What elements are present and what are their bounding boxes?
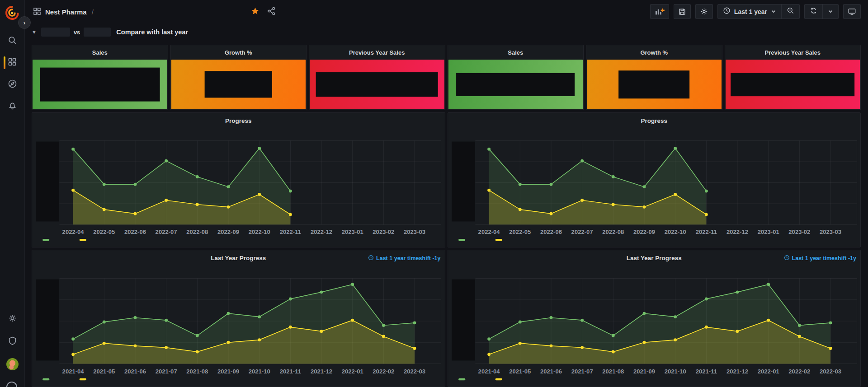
svg-text:2021-12: 2021-12 — [726, 368, 748, 375]
svg-text:2021-09: 2021-09 — [217, 368, 239, 375]
sidebar-item-profile[interactable] — [0, 356, 25, 372]
progress-chart[interactable]: 2022-042022-052022-062022-072022-082022-… — [32, 113, 445, 247]
redacted-value — [618, 70, 690, 98]
svg-text:2022-03: 2022-03 — [404, 368, 425, 375]
variable-value-redacted[interactable] — [84, 28, 111, 37]
svg-text:2022-09: 2022-09 — [217, 228, 239, 235]
svg-text:2022-12: 2022-12 — [311, 228, 332, 235]
svg-text:2022-07: 2022-07 — [571, 228, 593, 235]
svg-text:2021-04: 2021-04 — [62, 368, 85, 375]
timeseries-panel-last-year-progress[interactable]: Last Year Progress Last 1 year timeshift… — [448, 250, 861, 387]
svg-text:2022-12: 2022-12 — [726, 228, 748, 235]
stat-value-area — [171, 60, 306, 109]
server-admin-shield-icon — [8, 336, 17, 347]
progress-chart[interactable]: 2022-042022-052022-062022-072022-082022-… — [448, 113, 861, 247]
sidebar-item-server-admin[interactable] — [0, 334, 25, 349]
svg-text:2022-03: 2022-03 — [819, 368, 841, 375]
panel-title: Growth % — [586, 45, 722, 60]
favorite-star-icon[interactable] — [251, 7, 259, 17]
refresh-picker — [804, 4, 839, 19]
svg-text:2022-04: 2022-04 — [478, 228, 500, 235]
stat-panel-growth[interactable]: Growth % — [170, 45, 307, 110]
sidebar-item-help[interactable] — [0, 379, 25, 383]
sidebar-item-search[interactable] — [0, 33, 25, 49]
main-content: Nest Pharma / — [25, 0, 868, 387]
timeseries-panel-progress[interactable]: Progress 2022-042022-052022-062022-07202… — [32, 112, 445, 247]
search-icon — [8, 36, 17, 47]
svg-text:2022-11: 2022-11 — [695, 228, 717, 235]
dashboard-header: Nest Pharma / — [25, 0, 868, 23]
stat-panel-sales[interactable]: Sales — [448, 45, 584, 110]
svg-text:2022-02: 2022-02 — [788, 368, 810, 375]
svg-text:2021-07: 2021-07 — [571, 368, 593, 375]
stat-panel-previous-year-sales[interactable]: Previous Year Sales — [725, 45, 861, 110]
configuration-gear-icon — [8, 313, 17, 325]
svg-text:2021-04: 2021-04 — [478, 368, 500, 375]
tv-mode-button[interactable] — [843, 4, 861, 19]
share-icon[interactable] — [267, 7, 276, 17]
grafana-dashboard: › — [0, 0, 868, 387]
variable-value-redacted[interactable] — [41, 28, 70, 37]
svg-text:2021-07: 2021-07 — [156, 368, 177, 375]
sidebar-item-configuration[interactable] — [0, 311, 25, 326]
zoom-out-time-button[interactable] — [782, 5, 799, 19]
timeshift-info[interactable]: Last 1 year timeshift -1y — [368, 255, 440, 262]
svg-text:2022-01: 2022-01 — [757, 368, 779, 375]
grafana-logo-icon[interactable] — [5, 5, 20, 21]
timeshift-label: Last 1 year timeshift -1y — [792, 255, 856, 261]
svg-text:2021-11: 2021-11 — [695, 368, 717, 375]
svg-text:2022-06: 2022-06 — [124, 228, 146, 235]
panel-title: Growth % — [171, 45, 307, 60]
last-year-progress-chart[interactable]: 2021-042021-052021-062021-072021-082021-… — [32, 250, 445, 387]
panel-grid: Sales Growth % Previous Year Sales Sales… — [32, 45, 861, 387]
dashboard-toolbar: Last 1 year — [650, 4, 861, 19]
stat-panel-sales[interactable]: Sales — [32, 45, 168, 110]
dashboard-title: Nest Pharma — [45, 8, 87, 16]
svg-text:2022-08: 2022-08 — [602, 228, 624, 235]
timeshift-info[interactable]: Last 1 year timeshift -1y — [784, 255, 856, 262]
add-panel-button[interactable] — [650, 4, 669, 19]
svg-text:2023-01: 2023-01 — [342, 228, 363, 235]
svg-text:2022-06: 2022-06 — [540, 228, 561, 235]
stat-value-area — [310, 60, 444, 109]
svg-text:2022-10: 2022-10 — [664, 228, 686, 235]
explore-compass-icon — [8, 79, 17, 90]
sidebar-expand-button[interactable]: › — [18, 16, 31, 29]
timeseries-panel-last-year-progress[interactable]: Last Year Progress Last 1 year timeshift… — [32, 250, 445, 387]
variable-row: ▼ vs Compare with last year — [32, 25, 868, 39]
svg-text:2022-10: 2022-10 — [249, 228, 270, 235]
svg-text:2021-12: 2021-12 — [311, 368, 332, 375]
refresh-button[interactable] — [805, 5, 822, 19]
refresh-interval-dropdown[interactable] — [823, 5, 838, 19]
stat-value-area — [448, 60, 583, 109]
time-range-label: Last 1 year — [734, 8, 767, 15]
timeseries-panel-progress[interactable]: Progress 2022-042022-052022-062022-07202… — [448, 112, 861, 247]
breadcrumb[interactable]: Nest Pharma / — [33, 7, 94, 17]
svg-text:2022-02: 2022-02 — [373, 368, 394, 375]
panel-title: Sales — [448, 45, 584, 60]
vs-label: vs — [74, 29, 80, 36]
sidebar-item-explore[interactable] — [0, 77, 25, 92]
svg-text:2021-05: 2021-05 — [509, 368, 531, 375]
panel-title: Sales — [32, 45, 168, 60]
redacted-value — [40, 68, 160, 102]
chevron-down-icon[interactable]: ▼ — [32, 29, 37, 35]
sidebar-item-dashboards[interactable] — [0, 55, 25, 70]
svg-text:2022-05: 2022-05 — [509, 228, 531, 235]
dashboard-settings-button[interactable] — [695, 4, 713, 19]
zoom-out-icon — [787, 7, 794, 16]
sidebar: › — [0, 0, 25, 387]
svg-text:2023-01: 2023-01 — [757, 228, 779, 235]
redacted-value — [205, 71, 272, 98]
last-year-progress-chart[interactable]: 2021-042021-052021-062021-072021-082021-… — [448, 250, 861, 387]
svg-text:2021-10: 2021-10 — [249, 368, 270, 375]
stat-value-area — [726, 60, 860, 109]
redacted-value — [316, 72, 438, 97]
time-range-button[interactable]: Last 1 year — [718, 5, 781, 19]
clock-icon — [723, 7, 731, 16]
stat-panel-previous-year-sales[interactable]: Previous Year Sales — [309, 45, 445, 110]
save-dashboard-button[interactable] — [674, 4, 691, 19]
svg-text:2022-05: 2022-05 — [93, 228, 115, 235]
sidebar-item-alerting[interactable] — [0, 98, 25, 114]
stat-panel-growth[interactable]: Growth % — [586, 45, 722, 110]
